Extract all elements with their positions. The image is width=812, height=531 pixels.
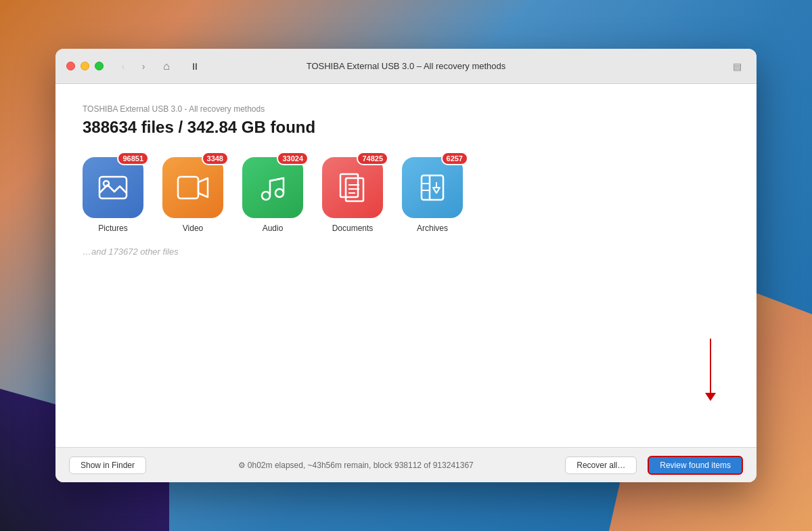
nav-buttons: ‹ › (114, 60, 152, 73)
category-archives[interactable]: 6257 Archives (402, 157, 463, 233)
video-label: Video (183, 224, 203, 233)
pictures-badge: 96851 (117, 152, 149, 165)
traffic-lights (66, 62, 104, 70)
minimize-button[interactable] (81, 62, 89, 70)
pictures-icon-bg: 96851 (83, 157, 143, 218)
home-button[interactable]: ⌂ (158, 58, 175, 75)
review-found-items-button[interactable]: Review found items (648, 456, 743, 475)
pause-button[interactable]: ⏸ (186, 58, 204, 75)
recover-all-button[interactable]: Recover all… (565, 456, 637, 474)
home-icon: ⌂ (163, 60, 170, 72)
category-documents[interactable]: 74825 Documents (322, 157, 383, 233)
title-bar: ‹ › ⌂ ⏸ TOSHIBA External USB 3.0 – All r… (55, 49, 757, 84)
main-title: 388634 files / 342.84 GB found (83, 118, 729, 137)
category-audio[interactable]: 33024 Audio (242, 157, 303, 233)
video-badge: 3348 (202, 152, 229, 165)
main-content: TOSHIBA External USB 3.0 - All recovery … (55, 84, 757, 447)
app-window: ‹ › ⌂ ⏸ TOSHIBA External USB 3.0 – All r… (55, 49, 757, 482)
categories-grid: 96851 Pictures 3348 Video (83, 157, 729, 233)
audio-badge: 33024 (277, 152, 309, 165)
svg-point-4 (275, 189, 284, 197)
fullscreen-button[interactable] (95, 62, 104, 70)
reader-button[interactable]: ▤ (728, 60, 746, 73)
arrow-head (705, 393, 716, 401)
documents-svg-icon (335, 170, 370, 205)
video-icon-bg: 3348 (162, 157, 223, 218)
archives-badge: 6257 (441, 152, 468, 165)
documents-badge: 74825 (357, 152, 388, 165)
other-files-text: …and 173672 other files (83, 247, 729, 257)
window-title: TOSHIBA External USB 3.0 – All recovery … (307, 61, 506, 71)
documents-label: Documents (332, 224, 374, 233)
documents-icon-bg: 74825 (322, 157, 383, 218)
arrow-line (710, 339, 711, 393)
svg-point-3 (262, 192, 270, 200)
pictures-svg-icon (95, 170, 131, 205)
arrow-indicator (705, 339, 716, 401)
archives-svg-icon (415, 170, 450, 205)
audio-icon-bg: 33024 (242, 157, 303, 218)
audio-svg-icon (255, 170, 290, 205)
forward-button[interactable]: › (135, 60, 152, 73)
show-in-finder-button[interactable]: Show in Finder (69, 456, 146, 474)
category-video[interactable]: 3348 Video (162, 157, 223, 233)
archives-icon-bg: 6257 (402, 157, 463, 218)
footer: Show in Finder ⚙ 0h02m elapsed, ~43h56m … (55, 447, 757, 482)
close-button[interactable] (66, 62, 75, 70)
category-pictures[interactable]: 96851 Pictures (83, 157, 143, 233)
breadcrumb: TOSHIBA External USB 3.0 - All recovery … (83, 104, 729, 114)
archives-label: Archives (417, 224, 448, 233)
status-text: ⚙ 0h02m elapsed, ~43h56m remain, block 9… (157, 461, 554, 470)
pictures-label: Pictures (98, 224, 127, 233)
audio-label: Audio (263, 224, 284, 233)
svg-rect-0 (99, 177, 127, 198)
video-svg-icon (175, 170, 210, 205)
svg-rect-2 (178, 177, 198, 198)
back-button[interactable]: ‹ (114, 60, 132, 73)
pause-icon: ⏸ (190, 61, 200, 72)
